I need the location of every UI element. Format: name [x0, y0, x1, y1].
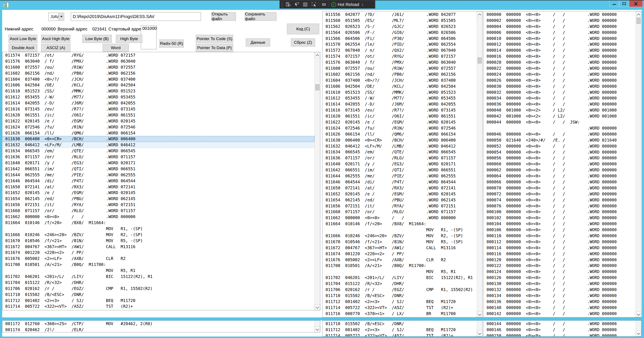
- ascii-low-byte-button[interactable]: Ascii Low Byte: [8, 35, 37, 43]
- listing-row-000022[interactable]: 000022 000000 <0><0> / / .WORD 000000: [484, 65, 636, 71]
- listing-row-011644[interactable]: 011644 062555 /me/ /PIE/ .WORD 062555: [3, 172, 314, 178]
- hot-reload-button[interactable]: ✓ Hot Reload: [330, 2, 360, 7]
- listing-row-000010[interactable]: 000010 000000 <0><0> / / .WORD 000000: [484, 36, 636, 42]
- scrollbar-right-list[interactable]: [636, 11, 641, 317]
- radix-50-button[interactable]: Radix-50 (R): [159, 39, 184, 48]
- listing-row-011632[interactable]: 011632 046412 <LF>/M/ /LMB/ .WORD 046412: [323, 143, 477, 149]
- listing-row-011614[interactable]: 011614 042055 /-D/ /J6M/ .WORD 042055: [3, 100, 314, 106]
- listing-row-011610[interactable]: 011610 051523 /SS/ /MMK/ .WORD 051523: [3, 88, 314, 94]
- listing-row-000014[interactable]: 000014 000000 <0><0> / / .WORD 000000: [484, 47, 636, 53]
- listing-row-000070[interactable]: 000070 000000 <0><0> / / .WORD 000000: [484, 185, 636, 191]
- listing-row-000060[interactable]: 000060 000000 <0><0> / / .WORD 000000: [484, 161, 636, 167]
- listing-row-011714[interactable]: 011714 005722 <322><VT> /A5Z/ TST (R2)+: [323, 333, 477, 336]
- listing-row-011640[interactable]: 011640 020171 /y / /EG3/ .WORD 020171: [323, 161, 477, 167]
- listing-row-000064[interactable]: 000064 000000 <0><0> / / .WORD 000000: [484, 173, 636, 179]
- scrollbar-thumb[interactable]: [478, 57, 482, 63]
- disasm-strip-middle-list[interactable]: 011710 015502 /B/<ESC> /DNR/ 011712 0014…: [323, 321, 477, 336]
- listing-row-011666[interactable]: 011666 010246 <246><20> /BZV/ MOV R2, -(…: [323, 233, 477, 239]
- listing-row-011606[interactable]: 011606 042504 /DE/ /KCL/ .WORD 042504: [3, 82, 314, 88]
- listing-row-011714[interactable]: 011714 005722 <322><VT> /A5Z/ TST (R2)+: [323, 305, 477, 311]
- listing-row-000034[interactable]: 000034 000000 <0><0> / / .WORD 000000: [484, 95, 636, 101]
- listing-row-011602[interactable]: 011602 062156 /nd/ /PB0/ .WORD 062156: [323, 71, 477, 77]
- listing-row-011566[interactable]: 011566 064506 /Fi/ /P30/ .WORD 064506: [323, 36, 477, 42]
- listing-row-011606[interactable]: 011606 042504 /DE/ /KCL/ .WORD 042504: [323, 83, 477, 89]
- listing-row-001174[interactable]: 001174 020462 /2!/ /ELR/: [3, 327, 314, 332]
- scroll-down-button[interactable]: [636, 331, 641, 336]
- listing-row-011612[interactable]: 011612 053455 /-W/ /M77/ .WORD 053455: [3, 94, 314, 100]
- listing-row-000144[interactable]: 000144 000000 <0><0> / / .WORD 000000: [484, 321, 636, 327]
- disasm-list-middle[interactable]: 011556 042077 /?D/ /J61/ .WORD 042077 01…: [323, 11, 477, 317]
- maximize-button[interactable]: [619, 0, 629, 7]
- listing-row-000120[interactable]: 000120 000000 <0><0> / / .WORD 000000: [484, 257, 636, 263]
- scrollbar-strip-middle[interactable]: [477, 321, 482, 336]
- listing-row-011712[interactable]: 011712 001402 <2><3> / SJ/ BEQ M11720: [323, 327, 477, 333]
- listing-row-011576[interactable]: 011576 063040 / f/ /PMX/ .WORD 063040: [323, 59, 477, 65]
- listing-row-011626[interactable]: 011626 066154 /ll/ /QM6/ .WORD 066154: [3, 130, 314, 136]
- listing-row-000056[interactable]: 000056 000000 <0><0> / / .WORD 000000: [484, 155, 636, 161]
- listing-row-011612[interactable]: 011612 053455 /-W/ /M77/ .WORD 053455: [323, 95, 477, 101]
- listing-row-011556[interactable]: 011556 042077 /?D/ /J61/ .WORD 042077: [323, 11, 477, 17]
- listing-row-011714[interactable]: 011714 005722 <322><VT> /A5Z/ TST (R2)+: [3, 304, 314, 310]
- listing-row-011624[interactable]: 011624 072546 /fu/ /R1N/ .WORD 072546: [3, 124, 314, 130]
- listing-row-011634[interactable]: 011634 066545 /em/ /QTE/ .WORD 066545: [3, 148, 314, 154]
- low-byte-button[interactable]: Low Byte (B): [82, 35, 112, 43]
- listing-row-011626[interactable]: 011626 066154 /ll/ /QM6/ .WORD 066154: [323, 131, 477, 137]
- listing-row-011656[interactable]: 011656 072151 /it/ /RYA/ .WORD 072151: [323, 203, 477, 209]
- collapse-toolbar-button[interactable]: ‹: [362, 1, 364, 7]
- listing-row-000024[interactable]: 000024 000000 <0><0> / / .WORD 000000: [484, 71, 636, 77]
- listing-row-011616[interactable]: 011616 073145 /ev/ /R7?/ .WORD 073145: [323, 107, 477, 113]
- listing-row-000134[interactable]: 000134 000000 <0><0> / / .WORD 000000: [484, 293, 636, 299]
- listing-row-000126[interactable]: 000126 000000 <0><0> / / .WORD 000000: [484, 275, 636, 281]
- listing-row-011660[interactable]: 011660 071157 /or/ /RLO/ .WORD 071157: [3, 208, 314, 214]
- listing-row-001172[interactable]: 001172 012760 <360><25> /CTP/ MOV #20462…: [3, 321, 314, 327]
- scroll-up-button[interactable]: [315, 52, 320, 58]
- listing-row-011676[interactable]: 011676 005002 <2><LF> /AXB/ CLR R2: [3, 256, 314, 262]
- listing-row-011570[interactable]: 011570 062554 /le/ /PID/ .WORD 062554: [323, 41, 477, 47]
- listing-row-011716[interactable]: 011716 000770 <370><1> / LX/ BR M11700: [3, 310, 314, 310]
- listing-row-000016[interactable]: 000016 000000 <0><0> / / .WORD 000000: [484, 53, 636, 59]
- listing-row-000036[interactable]: 000036 000000 <0><0> / / .WORD 000000: [484, 101, 636, 107]
- goto-source-icon[interactable]: [284, 1, 292, 8]
- word-button[interactable]: Word: [102, 44, 129, 52]
- asciz-button[interactable]: ASCIZ (A): [41, 44, 70, 52]
- scrollbar-thumb[interactable]: [315, 84, 320, 90]
- listing-row-011674[interactable]: 011674 001220 <220><2> / PP/: [3, 250, 314, 256]
- listing-row-011610[interactable]: 011610 051523 /SS/ /MMK/ .WORD 051523: [323, 89, 477, 95]
- scrollbar-left-list[interactable]: [314, 52, 320, 310]
- listing-row-000150[interactable]: 000150 000000 <0><0> / / .WORD 000000: [484, 333, 636, 336]
- listing-row-011562[interactable]: 011562 026523 /S-/ /GJC/ .WORD 026523: [323, 23, 477, 29]
- reset-button[interactable]: Сброс (Z): [291, 38, 315, 46]
- listing-row-000142[interactable]: 000142 000000 <0><0> / / .WORD 000000: [484, 311, 636, 317]
- listing-row-011704[interactable]: 011704 015122 /R/<32> /DHR/: [323, 281, 477, 287]
- listing-row-000124[interactable]: 000124 000000 <0><0> / / .WORD 000000: [484, 269, 636, 275]
- listing-row-011652[interactable]: 011652 020145 /e / /EGM/ .WORD 020145: [323, 191, 477, 197]
- scrollbar-middle-list[interactable]: [477, 11, 482, 317]
- listing-row-000112[interactable]: 000112 000000 <0><0> / / .WORD 000000: [484, 239, 636, 245]
- listing-row-000006[interactable]: 000006 000000 <0><0> / / .WORD 000000: [484, 29, 636, 36]
- double-ascii-button[interactable]: Double Ascii: [8, 44, 37, 52]
- scroll-down-button[interactable]: [636, 312, 641, 317]
- listing-row-000110[interactable]: 000110 000000 <0><0> / / .WORD 000000: [484, 233, 636, 239]
- listing-row-011716[interactable]: 011716 000770 <370><1> / LX/ BR M11700: [323, 311, 477, 317]
- listing-row-011642[interactable]: 011642 066551 /im/ /QTI/ .WORD 066551: [323, 167, 477, 173]
- scrollbar-strip-left[interactable]: [314, 321, 320, 332]
- listing-row-000054[interactable]: 000054 000000 <0><0> / / .WORD 000000: [484, 149, 636, 155]
- listing-row-011636[interactable]: 011636 071157 /or/ /RLO/ .WORD 071157: [3, 154, 314, 160]
- listing-row-000030[interactable]: 000030 000000 <0><0> / / .WORD 000000: [484, 83, 636, 89]
- close-button[interactable]: [629, 0, 643, 7]
- scroll-down-button[interactable]: [477, 331, 482, 336]
- listing-row-011574[interactable]: 011574 072157 /ot/ /RYG/ .WORD 072157: [323, 53, 477, 59]
- listing-row-011702[interactable]: 011702 046201 <201>/L/ /LIY/ BIC 15122(R…: [3, 274, 314, 280]
- listing-row-011650[interactable]: 011650 072141 /at/ /RX3/ .WORD 072141: [323, 185, 477, 191]
- listing-row-011624[interactable]: 011624 072546 /fu/ /R1N/ .WORD 072546: [323, 125, 477, 131]
- listing-row-011710[interactable]: 011710 015502 /B/<ESC> /DNR/: [323, 321, 477, 327]
- extension-combo-dropdown-button[interactable]: [58, 13, 64, 21]
- data-button[interactable]: Данные: [246, 38, 270, 46]
- listing-row-011664[interactable]: 011664 010146 /f/<20> /BX8/ M11664: MOV …: [323, 221, 477, 233]
- listing-row-011602[interactable]: 011602 062156 /nd/ /PB0/ .WORD 062156: [3, 70, 314, 76]
- listing-row-011706[interactable]: 011706 020162 /r / /EGZ/ CMP R1, 15502(R…: [3, 286, 314, 292]
- listing-row-000020[interactable]: 000020 000000 <0><0> / / .WORD 000000: [484, 59, 636, 65]
- listing-row-000076[interactable]: 000076 000000 <0><0> / / .WORD 000000: [484, 203, 636, 209]
- listing-row-011700[interactable]: 011700 010501 /A/<21> /B0Q/ M11700: MOV …: [3, 262, 314, 274]
- listing-row-000102[interactable]: 000102 000000 <0><0> / / .WORD 000000: [484, 215, 636, 221]
